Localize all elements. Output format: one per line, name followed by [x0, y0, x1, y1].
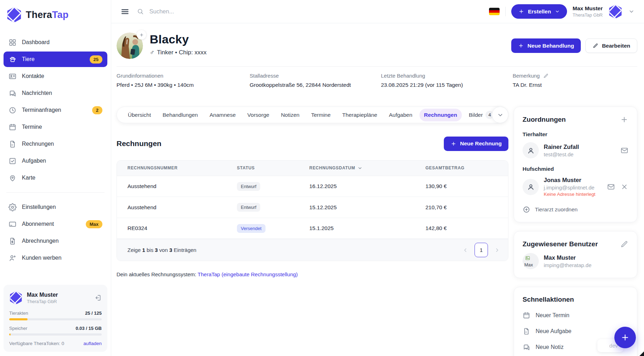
sidebar-item-nachrichten[interactable]: Nachrichten	[4, 85, 107, 101]
quick-action-new-appointment[interactable]: Neuer Termin	[523, 312, 628, 319]
sidebar-item-label: Kunden werben	[22, 255, 61, 261]
new-invoice-button[interactable]: Neue Rechnung	[444, 137, 508, 151]
invoice-number: Ausstehend	[127, 204, 237, 211]
logout-icon[interactable]	[94, 294, 102, 302]
tab-anamnese[interactable]: Anamnese	[205, 109, 240, 121]
floating-add-button[interactable]	[614, 327, 636, 348]
invoice-system-link[interactable]: TheraTap (eingebaute Rechnungsstellung)	[198, 271, 298, 277]
table-row[interactable]: Ausstehend Entwurf 15.12.2025 210,70 €	[117, 197, 508, 218]
tab-rechnungen[interactable]: Rechnungen	[419, 109, 462, 121]
sidebar-item-einstellungen[interactable]: Einstellungen	[4, 199, 107, 215]
add-assignment-icon[interactable]	[620, 115, 628, 124]
current-page-indicator[interactable]: 1	[475, 243, 488, 257]
table-row[interactable]: RE0324 Versendet 15.1.2025 142,80 €	[117, 218, 508, 239]
info-letzte-behandlung: Letzte Behandlung 23.08.2025 21:29 (vor …	[381, 73, 513, 88]
grid-icon	[8, 38, 17, 47]
tiere-count-badge: 25	[90, 55, 102, 64]
user-avatar[interactable]	[608, 4, 622, 19]
info-bemerkung: Bemerkung TA Dr. Ernst	[513, 73, 637, 88]
assign-vet-button[interactable]: Tierarzt zuordnen	[523, 206, 628, 213]
circle-plus-icon	[523, 206, 530, 213]
speicher-value: 0.03 / 15 GB	[76, 326, 102, 331]
sidebar-item-karte[interactable]: Karte	[4, 170, 107, 186]
mail-icon[interactable]	[620, 146, 628, 155]
assigned-user-email: imping@theratap.de	[544, 262, 591, 268]
main-area: Erstellen Max Muster TheraTap GbR	[111, 0, 644, 356]
contact-warning: Keine Adresse hinterlegt	[544, 192, 595, 197]
sidebar-item-terminanfragen[interactable]: Terminanfragen 2	[4, 102, 107, 118]
note-icon	[523, 343, 530, 351]
tab-therapieplaene[interactable]: Therapiepläne	[338, 109, 382, 121]
status-badge: Entwurf	[237, 182, 260, 191]
prev-page-button[interactable]	[459, 243, 471, 257]
tabs-overflow-button[interactable]	[492, 107, 508, 123]
remove-contact-icon[interactable]	[620, 183, 628, 191]
theratoken-topup-link[interactable]: aufladen	[83, 341, 102, 346]
chevron-right-icon	[494, 247, 500, 253]
tab-aufgaben[interactable]: Aufgaben	[384, 109, 417, 121]
terminanfragen-count-badge: 2	[92, 106, 102, 114]
invoice-euro-icon	[8, 237, 17, 245]
sidebar-item-kontakte[interactable]: Kontakte	[4, 68, 107, 84]
table-header-row: RECHNUNGSNUMMER STATUS RECHNUNGSDATUM GE…	[117, 161, 508, 176]
invoice-amount: 142,80 €	[425, 225, 508, 231]
col-rechnungsdatum[interactable]: RECHNUNGSDATUM	[309, 165, 425, 171]
assigned-user-card: Zugewiesener Benutzer Max Max Muster imp…	[514, 231, 637, 278]
edit-note-pencil-icon[interactable]	[543, 73, 549, 79]
pagination-summary: Zeige 1 bis 3 von 3 Einträgen	[127, 247, 196, 253]
abonnement-plan-badge: Max	[86, 220, 102, 228]
sidebar: TheraTap Dashboard Tiere 25 Kontakte Nac…	[0, 0, 111, 356]
user-plus-icon	[8, 254, 17, 262]
sidebar-item-rechnungen[interactable]: Rechnungen	[4, 136, 107, 152]
contact-avatar	[523, 142, 539, 158]
assignments-title: Zuordnungen	[523, 116, 566, 123]
language-flag-german[interactable]	[489, 8, 500, 15]
topbar-user-name: Max Muster	[573, 5, 603, 12]
new-treatment-button[interactable]: Neue Behandlung	[511, 38, 581, 53]
gear-icon	[8, 203, 17, 211]
edit-patient-button[interactable]: Bearbeiten	[585, 38, 637, 53]
quick-action-new-task[interactable]: Neue Aufgabe	[523, 327, 628, 335]
tab-vorsorge[interactable]: Vorsorge	[243, 109, 274, 121]
sidebar-item-abrechnungen[interactable]: Abrechnungen	[4, 233, 107, 249]
broken-image-icon	[525, 255, 530, 261]
sidebar-nav-primary: Dashboard Tiere 25 Kontakte Nachrichten …	[4, 35, 107, 186]
hamburger-menu-icon[interactable]	[120, 7, 130, 16]
role-tierhalter: Tierhalter	[523, 131, 628, 138]
tab-behandlungen[interactable]: Behandlungen	[158, 109, 202, 121]
next-page-button[interactable]	[491, 243, 503, 257]
corner-resize-marker	[639, 351, 644, 356]
table-row[interactable]: Ausstehend Entwurf 16.12.2025 130,90 €	[117, 176, 508, 197]
create-button[interactable]: Erstellen	[511, 4, 567, 19]
add-photo-button[interactable]	[137, 30, 146, 40]
sidebar-item-aufgaben[interactable]: Aufgaben	[4, 153, 107, 169]
avatar-logo-icon	[608, 4, 622, 19]
assigned-user-title: Zugewiesener Benutzer	[523, 240, 598, 248]
edit-assigned-user-icon[interactable]	[620, 240, 628, 248]
sidebar-item-termine[interactable]: Termine	[4, 119, 107, 135]
tab-notizen[interactable]: Notizen	[276, 109, 304, 121]
sidebar-item-abonnement[interactable]: Abonnement Max	[4, 216, 107, 232]
mail-icon[interactable]	[607, 183, 615, 191]
topbar-user-info: Max Muster TheraTap GbR	[573, 5, 603, 18]
brand-wordmark: TheraTap	[26, 10, 68, 20]
tierakten-progress-track	[9, 318, 102, 320]
invoices-section-title: Rechnungen	[117, 139, 161, 148]
document-icon	[523, 327, 530, 335]
tab-termine[interactable]: Termine	[306, 109, 335, 121]
map-pin-icon	[8, 174, 17, 182]
patient-subtitle: Tinker • Chip: xxxx	[157, 49, 207, 56]
plus-icon	[620, 333, 630, 342]
contact-avatar	[523, 179, 539, 195]
tab-uebersicht[interactable]: Übersicht	[123, 109, 155, 121]
search-input[interactable]	[149, 8, 297, 15]
sidebar-item-dashboard[interactable]: Dashboard	[4, 35, 107, 50]
invoice-amount: 130,90 €	[425, 183, 508, 189]
sidebar-item-tiere[interactable]: Tiere 25	[4, 52, 107, 67]
sidebar-item-label: Abrechnungen	[22, 238, 59, 244]
user-menu-chevron-icon[interactable]	[628, 8, 635, 15]
sidebar-item-label: Tiere	[22, 56, 35, 62]
sidebar-divider	[6, 192, 105, 193]
sidebar-item-kunden-werben[interactable]: Kunden werben	[4, 250, 107, 266]
brand-logo[interactable]: TheraTap	[4, 5, 107, 23]
